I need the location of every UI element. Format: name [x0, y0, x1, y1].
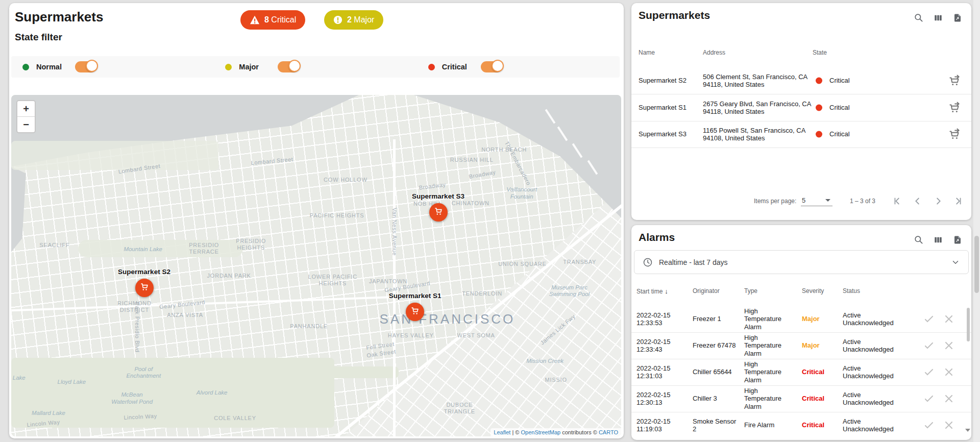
close-icon[interactable]	[943, 392, 955, 405]
table-scrollbar-thumb[interactable]	[967, 308, 970, 341]
map-label: PRESIDIO HEIGHTS	[233, 238, 270, 251]
map-label: Lloyd Lake	[57, 379, 86, 386]
alarm-row[interactable]: 2022-02-15 12:30:13 Chiller 3 High Tempe…	[631, 385, 971, 412]
attribution-text: | ©	[510, 429, 521, 435]
state-value: Critical	[829, 104, 850, 111]
close-icon[interactable]	[943, 366, 955, 378]
map-label: Lincoln Way	[27, 419, 60, 429]
carto-link[interactable]: CARTO	[599, 429, 618, 435]
map-marker-supermarket-s3[interactable]	[429, 203, 448, 222]
map-marker-supermarket-s2[interactable]	[135, 279, 154, 297]
map-label: DUBOCE TRIANGLE	[442, 402, 477, 415]
cart-checkout-icon[interactable]	[948, 128, 961, 141]
file-export-icon[interactable]	[952, 12, 963, 23]
close-icon[interactable]	[943, 339, 955, 352]
alarm-type: High Temperature Alarm	[744, 334, 787, 357]
major-toggle[interactable]	[278, 61, 299, 72]
alarms-card-actions	[913, 234, 963, 245]
map-label: HAYES VALLEY	[388, 333, 434, 339]
zoom-out-button[interactable]: −	[17, 116, 35, 132]
alarms-card-title: Alarms	[639, 231, 675, 243]
alarm-row[interactable]: 2022-02-15 12:33:43 Freezer 67478 High T…	[631, 332, 971, 359]
map[interactable]: NORTH BEACHRUSSIAN HILLCOW HOLLOWPACIFIC…	[11, 95, 621, 436]
state-dot-icon	[816, 105, 822, 111]
column-header-address[interactable]: Address	[703, 49, 725, 56]
cart-checkout-icon[interactable]	[948, 74, 961, 87]
alarm-row[interactable]: 2022-02-15 11:19:03 Smoke Sensor 2 Fire …	[631, 412, 971, 438]
supermarket-name: Supermarket S1	[639, 104, 699, 111]
map-label: James Lick Fwy	[539, 313, 577, 346]
map-label: TENDERLOIN	[462, 290, 502, 297]
alarm-severity: Critical	[802, 395, 841, 402]
column-header-severity[interactable]: Severity	[802, 287, 824, 294]
column-header-status[interactable]: Status	[843, 287, 860, 294]
alarm-start-time: 2022-02-15 11:19:03	[636, 418, 684, 433]
major-count-badge[interactable]: 2 Major	[324, 10, 383, 30]
window-scrollbar[interactable]	[973, 0, 980, 442]
state-value: Critical	[829, 130, 850, 138]
critical-toggle[interactable]	[481, 61, 502, 72]
next-page-icon[interactable]	[932, 194, 945, 208]
search-icon[interactable]	[913, 234, 924, 245]
column-header-originator[interactable]: Originator	[693, 287, 720, 294]
leaflet-link[interactable]: Leaflet	[494, 429, 510, 435]
map-label: Van Ness Avenue	[391, 208, 398, 256]
map-label: WEST SOMA	[457, 332, 495, 339]
shopping-cart-icon	[139, 282, 150, 294]
alarm-status: Active Unacknowledged	[843, 338, 905, 354]
table-row[interactable]: Supermarket S3 1165 Powell St, San Franc…	[631, 121, 971, 148]
column-header-state[interactable]: State	[813, 49, 827, 56]
close-icon[interactable]	[943, 313, 955, 325]
map-label: RUSSIAN HILL	[450, 157, 494, 164]
caret-down-icon	[825, 199, 830, 202]
osm-link[interactable]: OpenStreetMap	[521, 429, 560, 435]
search-icon[interactable]	[913, 12, 924, 23]
prev-page-icon[interactable]	[911, 194, 924, 208]
check-icon[interactable]	[923, 392, 935, 405]
map-marker-supermarket-s1[interactable]	[406, 303, 424, 321]
map-label: Alvord Lake	[197, 389, 228, 397]
map-label: COW HOLLOW	[324, 177, 368, 184]
alarms-card: Alarms Realtime - last 7 days Start time…	[631, 225, 971, 440]
time-window-select[interactable]: Realtime - last 7 days	[634, 250, 969, 274]
check-icon[interactable]	[923, 313, 935, 325]
map-label: s Lake	[11, 375, 26, 382]
scroll-down-icon[interactable]	[965, 429, 970, 432]
alarm-status: Active Unacknowledged	[843, 418, 905, 433]
table-row[interactable]: Supermarket S1 2675 Geary Blvd, San Fran…	[631, 94, 971, 121]
map-label: McBean Waterfowl Pond	[109, 392, 156, 406]
window-scrollbar-thumb[interactable]	[974, 236, 979, 293]
close-icon[interactable]	[943, 419, 955, 431]
file-export-icon[interactable]	[952, 234, 963, 245]
map-label: PACIFIC HEIGHTS	[310, 213, 364, 219]
check-icon[interactable]	[923, 339, 935, 352]
alarm-row[interactable]: 2022-02-15 12:31:03 Chiller 65644 High T…	[631, 359, 971, 386]
map-marker-label: Supermarket S2	[118, 267, 170, 275]
alarm-status: Active Unacknowledged	[843, 391, 905, 407]
filter-label-normal: Normal	[36, 63, 75, 71]
check-icon[interactable]	[923, 419, 935, 431]
last-page-icon[interactable]	[951, 194, 965, 208]
alarm-originator: Chiller 65644	[693, 368, 742, 376]
zoom-in-button[interactable]: +	[17, 101, 35, 116]
shopping-cart-icon	[433, 206, 444, 218]
supermarkets-table-card: Supermarkets Name Address State Supermar…	[631, 3, 971, 220]
first-page-icon[interactable]	[891, 194, 904, 208]
critical-count-badge[interactable]: 8 Critical	[240, 10, 305, 30]
column-header-name[interactable]: Name	[639, 49, 655, 56]
page-size-select[interactable]: 5	[801, 195, 832, 206]
view-columns-icon[interactable]	[933, 234, 944, 245]
state-dot-icon	[816, 78, 822, 84]
map-label: The Embarcadero	[503, 140, 532, 187]
table-row[interactable]: Supermarket S2 506 Clement St, San Franc…	[631, 67, 971, 94]
normal-toggle[interactable]	[75, 61, 96, 72]
alarm-originator: Freezer 67478	[693, 341, 742, 349]
alarm-row[interactable]: 2022-02-15 12:33:53 Freezer 1 High Tempe…	[631, 306, 971, 333]
cart-checkout-icon[interactable]	[948, 101, 961, 114]
view-columns-icon[interactable]	[933, 12, 944, 23]
column-header-start-time[interactable]: Start time↓	[636, 287, 668, 295]
check-icon[interactable]	[923, 366, 935, 378]
alarm-start-time: 2022-02-15 12:33:53	[636, 311, 684, 327]
map-label: Fell Street	[366, 341, 395, 352]
column-header-type[interactable]: Type	[744, 287, 757, 294]
